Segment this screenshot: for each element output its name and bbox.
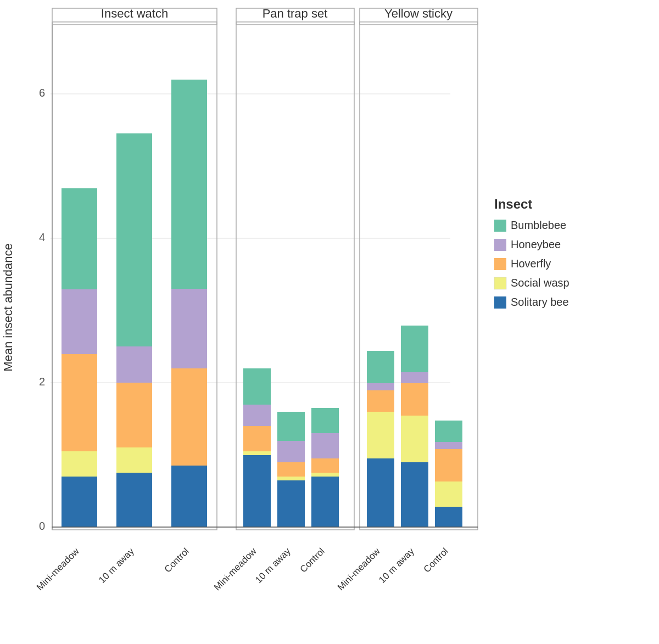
x-label-yellow-mini: Mini-meadow — [336, 546, 382, 592]
legend-swatch-bumblebee — [494, 220, 506, 232]
bar-pan-mini-honeybee — [243, 405, 271, 426]
legend-label-bumblebee: Bumblebee — [511, 219, 566, 231]
bar-yellow-mini-honeybee — [367, 383, 394, 390]
legend-swatch-hoverfly — [494, 258, 506, 270]
y-tick-4: 4 — [39, 231, 45, 243]
bar-pan-10m-bumblebee — [277, 412, 305, 441]
legend-swatch-social-wasp — [494, 277, 506, 289]
y-tick-6: 6 — [39, 87, 45, 99]
bar-insect-watch-10m-hoverfly — [116, 383, 152, 447]
x-label-yellow-10m: 10 m away — [377, 546, 416, 585]
bar-pan-control-solitary — [311, 477, 339, 527]
legend-label-social-wasp: Social wasp — [511, 277, 569, 289]
y-tick-2: 2 — [39, 376, 45, 388]
y-tick-0: 0 — [39, 520, 45, 532]
bar-pan-mini-bumblebee — [243, 368, 271, 405]
bar-insect-watch-control-bumblebee — [171, 80, 207, 289]
legend-label-honeybee: Honeybee — [511, 238, 561, 250]
bar-pan-mini-social — [243, 451, 271, 455]
bar-insect-watch-mini-meadow-social-wasp — [62, 451, 97, 477]
x-label-pan-control: Control — [298, 546, 327, 574]
bar-yellow-10m-social — [401, 416, 428, 462]
legend-label-hoverfly: Hoverfly — [511, 257, 551, 270]
x-label-pan-mini: Mini-meadow — [212, 546, 259, 592]
bar-yellow-control-social — [435, 481, 462, 507]
bar-pan-10m-hoverfly — [277, 462, 305, 477]
bar-yellow-mini-hoverfly — [367, 390, 394, 412]
bar-yellow-mini-bumblebee — [367, 351, 394, 383]
x-label-pan-10m: 10 m away — [253, 546, 293, 585]
bar-pan-control-bumblebee — [311, 408, 339, 433]
bar-insect-watch-10m-social-wasp — [116, 447, 152, 473]
bar-pan-mini-hoverfly — [243, 426, 271, 451]
legend-label-solitary-bee: Solitary bee — [511, 296, 569, 308]
bar-yellow-control-solitary — [435, 507, 462, 527]
bar-yellow-10m-solitary — [401, 462, 428, 527]
bar-yellow-10m-bumblebee — [401, 326, 428, 372]
bar-yellow-mini-social — [367, 412, 394, 458]
bar-yellow-control-hoverfly — [435, 449, 462, 481]
bar-insect-watch-10m-solitary-bee — [116, 473, 152, 527]
bar-insect-watch-mini-meadow-honeybee — [62, 289, 97, 354]
bar-insect-watch-10m-bumblebee — [116, 133, 152, 346]
legend-swatch-solitary-bee — [494, 296, 506, 309]
bar-yellow-control-honeybee — [435, 442, 462, 449]
bar-pan-control-social — [311, 473, 339, 477]
bar-insect-watch-mini-meadow-hoverfly — [62, 354, 97, 451]
y-axis-label: Mean insect abundance — [1, 243, 15, 372]
bar-insect-watch-mini-meadow-bumblebee — [62, 188, 97, 289]
bar-pan-10m-social — [277, 477, 305, 480]
bar-pan-10m-solitary — [277, 480, 305, 527]
bar-pan-10m-honeybee — [277, 441, 305, 462]
bar-yellow-control-bumblebee — [435, 421, 462, 442]
bar-insect-watch-control-hoverfly — [171, 368, 207, 466]
bar-yellow-mini-solitary — [367, 458, 394, 527]
legend-title: Insect — [494, 197, 532, 211]
bar-pan-control-honeybee — [311, 433, 339, 458]
bar-insect-watch-mini-meadow-solitary-bee — [62, 477, 97, 527]
x-label-yellow-control: Control — [422, 546, 450, 574]
bar-insect-watch-control-honeybee — [171, 289, 207, 368]
chart-container: // This script block won't execute here;… — [0, 0, 659, 644]
x-label-insect-watch-mini: Mini-meadow — [35, 546, 81, 592]
legend-swatch-honeybee — [494, 239, 506, 251]
x-label-insect-watch-control: Control — [163, 546, 191, 574]
bar-yellow-10m-hoverfly — [401, 383, 428, 416]
bar-yellow-10m-honeybee — [401, 372, 428, 383]
main-chart: // This script block won't execute here;… — [0, 0, 659, 644]
bar-insect-watch-10m-honeybee — [116, 346, 152, 383]
x-label-insect-watch-10m: 10 m away — [97, 546, 136, 585]
bar-insect-watch-control-solitary-bee — [171, 466, 207, 527]
bar-pan-control-hoverfly — [311, 458, 339, 473]
bar-pan-mini-solitary — [243, 455, 271, 527]
